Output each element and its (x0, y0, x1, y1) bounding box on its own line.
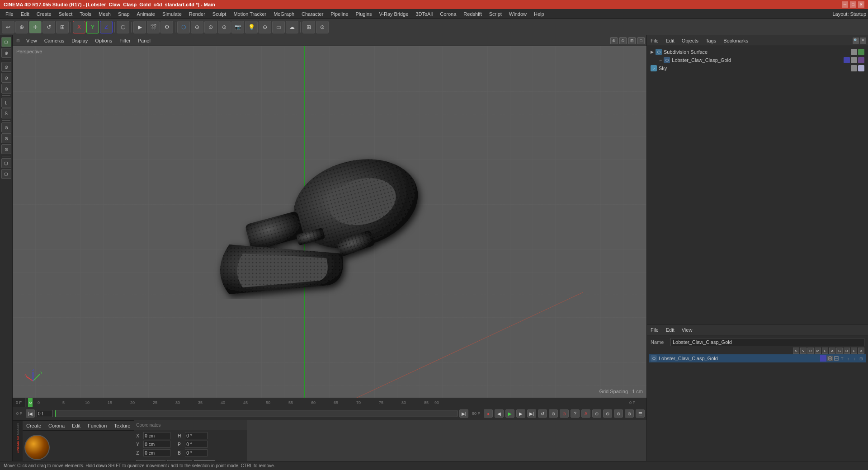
timeline-extra3[interactable]: ⊙ (603, 409, 612, 418)
obj-color-tag-2[interactable] (858, 57, 864, 63)
props-col-a[interactable]: A (829, 348, 835, 354)
viewport-menu-filter[interactable]: Filter (117, 37, 133, 44)
obj-sky[interactable]: ○ Sky (649, 64, 866, 72)
coord-y-input[interactable] (143, 441, 170, 448)
coord-x-input[interactable] (143, 432, 170, 439)
obj-sky-color[interactable] (858, 65, 864, 71)
timeline-first-frame[interactable]: |◀ (26, 409, 35, 418)
coord-b-input[interactable] (185, 449, 208, 456)
tool-subdivide[interactable]: ⬡ (1, 158, 11, 168)
obj-color-tag[interactable] (858, 49, 864, 55)
props-menu-file[interactable]: File (649, 326, 660, 334)
viewport-nav-2[interactable]: ⊙ (619, 37, 627, 44)
toolbar-move[interactable]: ✛ (29, 21, 42, 33)
toolbar-scale[interactable]: ⊞ (56, 21, 69, 33)
objects-menu-objects[interactable]: Objects (680, 37, 700, 44)
menu-create[interactable]: Create (33, 10, 55, 18)
tool-bend[interactable]: ⊙ (1, 122, 11, 132)
tool-subdivide2[interactable]: ⬡ (1, 169, 11, 179)
viewport-nav-4[interactable]: □ (637, 37, 645, 44)
toolbar-render-preview[interactable]: ▶ (133, 21, 146, 33)
timeline-play[interactable]: ▶ (505, 409, 514, 418)
menu-3dtoall[interactable]: 3DToAll (412, 10, 436, 18)
viewport-3d[interactable]: Perspective (13, 46, 646, 398)
material-menu-texture[interactable]: Texture (112, 422, 132, 429)
timeline-end-frame-btn[interactable]: ▶| (459, 409, 468, 418)
tool-poly[interactable]: ⊙ (1, 62, 11, 72)
timeline-record2[interactable]: ⊙ (560, 409, 569, 418)
tool-inflate[interactable]: ⊙ (1, 144, 11, 154)
viewport-menu-options[interactable]: Options (92, 37, 115, 44)
timeline-extra6[interactable]: ☰ (636, 409, 645, 418)
toolbar-nurbs[interactable]: ⊙ (204, 21, 217, 33)
menu-corona[interactable]: Corona (436, 10, 460, 18)
timeline-extra[interactable]: ⊙ (549, 409, 558, 418)
toolbar-select-all[interactable]: ⊕ (15, 21, 28, 33)
timeline-settings[interactable]: ⊙ (592, 409, 601, 418)
toolbar-spline[interactable]: ⊙ (191, 21, 203, 33)
menu-animate[interactable]: Animate (133, 10, 159, 18)
objects-menu-tags[interactable]: Tags (704, 37, 718, 44)
toolbar-floor[interactable]: ▭ (272, 21, 285, 33)
menu-file[interactable]: File (2, 10, 17, 18)
menu-help[interactable]: Help (530, 10, 548, 18)
toolbar-object-mode[interactable]: ⬡ (117, 21, 129, 33)
menu-sculpt[interactable]: Sculpt (209, 10, 230, 18)
timeline-prev-frame[interactable]: ◀ (495, 409, 504, 418)
viewport-nav-3[interactable]: ⊞ (628, 37, 636, 44)
timeline-extra2[interactable]: ? (571, 409, 580, 418)
timeline-extra5[interactable]: ⊙ (625, 409, 634, 418)
objects-search-btn[interactable]: 🔍 (853, 38, 859, 44)
tool-model[interactable]: ⬡ (1, 37, 11, 47)
menu-window[interactable]: Window (505, 10, 530, 18)
toolbar-x-axis[interactable]: X (73, 21, 85, 33)
obj-tag-mat[interactable] (844, 57, 850, 63)
props-col-d[interactable]: D (844, 348, 850, 354)
object-name-input[interactable] (670, 338, 864, 346)
viewport-menu-panel[interactable]: Panel (135, 37, 153, 44)
objects-menu-edit[interactable]: Edit (664, 37, 676, 44)
menu-character[interactable]: Character (298, 10, 327, 18)
frame-number-input[interactable] (37, 410, 53, 417)
prop-icon-7[interactable]: ⊞ (859, 356, 864, 361)
tool-edge[interactable]: ⊙ (1, 73, 11, 83)
menu-mesh[interactable]: Mesh (95, 10, 114, 18)
menu-redshift[interactable]: Redshift (460, 10, 485, 18)
material-menu-create[interactable]: Create (24, 422, 43, 429)
coord-h-input[interactable] (185, 432, 208, 439)
toolbar-y-axis[interactable]: Y (86, 21, 99, 33)
menu-vray[interactable]: V-Ray Bridge (376, 10, 412, 18)
coord-z-input[interactable] (143, 449, 170, 456)
material-menu-edit[interactable]: Edit (70, 422, 82, 429)
objects-layer-btn[interactable]: ≡ (860, 38, 866, 44)
menu-pipeline[interactable]: Pipeline (327, 10, 352, 18)
menu-plugins[interactable]: Plugins (352, 10, 375, 18)
obj-vis-toggle[interactable] (851, 49, 857, 55)
prop-icon-2[interactable] (827, 356, 833, 361)
props-col-s[interactable]: S (793, 348, 799, 354)
tool-texture[interactable]: ⊕ (1, 48, 11, 58)
viewport-nav-1[interactable]: ⊕ (610, 37, 618, 44)
timeline-record[interactable]: ● (484, 409, 493, 418)
objects-menu-file[interactable]: File (649, 37, 660, 44)
toolbar-render-settings[interactable]: ⚙ (160, 21, 173, 33)
coord-p-input[interactable] (185, 441, 208, 448)
toolbar-light[interactable]: 💡 (245, 21, 258, 33)
toolbar-grid[interactable]: ⊞ (302, 21, 315, 33)
prop-icon-1[interactable] (820, 355, 826, 362)
tool-brush[interactable]: S (1, 108, 11, 118)
toolbar-material[interactable]: ⊙ (259, 21, 271, 33)
material-menu-function[interactable]: Function (86, 422, 108, 429)
toolbar-z-axis[interactable]: Z (100, 21, 113, 33)
toolbar-deformer[interactable]: ⊙ (218, 21, 231, 33)
props-col-g[interactable]: G (836, 348, 843, 354)
props-col-r[interactable]: R (807, 348, 814, 354)
menu-motion-tracker[interactable]: Motion Tracker (230, 10, 270, 18)
tool-point[interactable]: ⊙ (1, 84, 11, 94)
selected-object-row[interactable]: ⬡ Lobster_Claw_Clasp_Gold T (649, 354, 866, 362)
obj-subdivision-surface[interactable]: ▶ ⬡ Subdivision Surface (649, 48, 866, 56)
viewport-menu-cameras[interactable]: Cameras (42, 37, 67, 44)
timeline-next-frame[interactable]: ▶ (516, 409, 525, 418)
timeline-loop[interactable]: ↺ (538, 409, 547, 418)
props-menu-view[interactable]: View (680, 326, 694, 334)
